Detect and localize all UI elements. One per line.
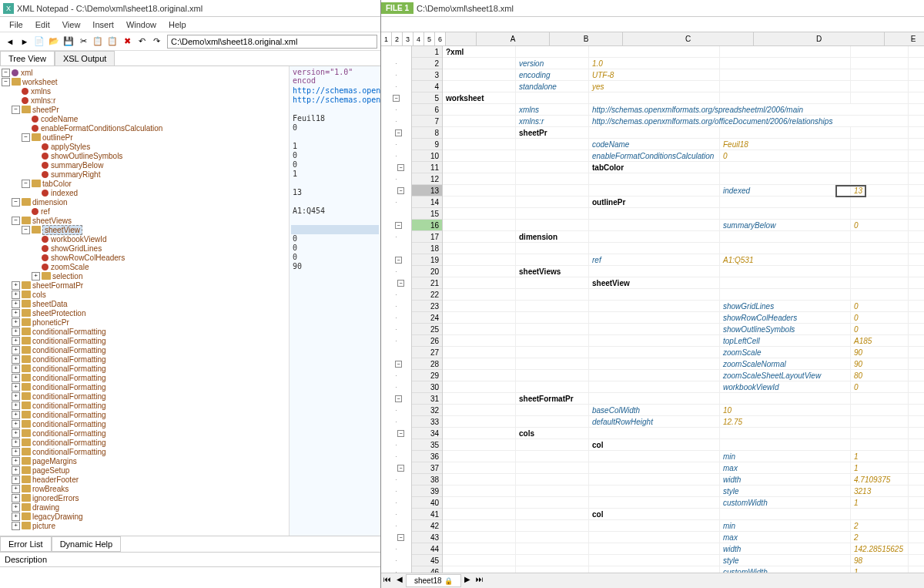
- cell[interactable]: [589, 543, 720, 555]
- tree-node[interactable]: −sheetViews: [2, 216, 287, 225]
- cell[interactable]: [443, 358, 516, 370]
- gutter-row[interactable]: ·: [381, 231, 411, 243]
- sheet-first[interactable]: ⏮: [381, 575, 393, 587]
- tree-node[interactable]: +ignoredErrors: [2, 493, 287, 502]
- cell[interactable]: [909, 243, 924, 254]
- cell[interactable]: [443, 58, 516, 69]
- cell[interactable]: [443, 127, 516, 139]
- expand-toggle[interactable]: +: [12, 392, 20, 401]
- row-number[interactable]: 9: [412, 139, 442, 150]
- gutter-row[interactable]: ·: [381, 139, 411, 150]
- gutter-row[interactable]: −: [381, 185, 411, 197]
- cell[interactable]: [443, 486, 516, 497]
- cell[interactable]: [909, 150, 924, 162]
- cell[interactable]: [909, 92, 924, 104]
- collapse-toggle[interactable]: −: [397, 465, 404, 472]
- cell[interactable]: 1: [851, 462, 909, 474]
- gutter-row[interactable]: ·: [381, 370, 411, 381]
- cell[interactable]: 1.0: [589, 58, 720, 69]
- cell[interactable]: [589, 393, 720, 405]
- tree-value[interactable]: [291, 401, 379, 410]
- cell[interactable]: [720, 127, 851, 139]
- expand-toggle[interactable]: +: [12, 309, 20, 318]
- cell[interactable]: [909, 370, 924, 381]
- row-number[interactable]: 18: [412, 243, 442, 254]
- expand-toggle[interactable]: +: [32, 272, 40, 281]
- tree-value[interactable]: [291, 179, 379, 188]
- row-number[interactable]: 38: [412, 474, 442, 486]
- tree-value[interactable]: [291, 225, 379, 234]
- gutter-row[interactable]: ·: [381, 520, 411, 532]
- cell[interactable]: [443, 393, 516, 405]
- cell[interactable]: 13: [851, 185, 909, 197]
- cell[interactable]: customWidth: [720, 566, 851, 573]
- row-number[interactable]: 27: [412, 347, 442, 358]
- collapse-toggle[interactable]: −: [393, 95, 400, 102]
- tree-value[interactable]: 0: [291, 160, 379, 170]
- tree-value[interactable]: [291, 318, 379, 327]
- collapse-toggle[interactable]: −: [395, 129, 402, 136]
- gutter-row[interactable]: −: [381, 254, 411, 266]
- menu-insert[interactable]: Insert: [86, 18, 120, 31]
- undo-button[interactable]: ↶: [135, 35, 149, 49]
- bottom-tab-dynamic-help[interactable]: Dynamic Help: [52, 536, 121, 552]
- cell[interactable]: [443, 69, 516, 81]
- cell[interactable]: 1: [851, 566, 909, 573]
- outline-level-3[interactable]: 3: [403, 32, 413, 45]
- cell[interactable]: [443, 451, 516, 462]
- expand-toggle[interactable]: −: [12, 217, 20, 225]
- tree-value[interactable]: version="1.0" encod: [291, 68, 379, 77]
- cell[interactable]: [443, 104, 516, 116]
- gutter-row[interactable]: ·: [381, 266, 411, 277]
- cell[interactable]: [516, 92, 589, 104]
- cell[interactable]: indexed: [720, 185, 851, 197]
- cell[interactable]: [443, 173, 516, 185]
- row-number[interactable]: 7: [412, 116, 442, 127]
- cell[interactable]: 80: [851, 370, 909, 381]
- tree-value[interactable]: A1:Q454: [291, 207, 379, 216]
- tree-node[interactable]: +conditionalFormatting: [2, 438, 287, 447]
- cell[interactable]: [443, 289, 516, 301]
- cell[interactable]: [589, 173, 720, 185]
- cell[interactable]: UTF-8: [589, 69, 720, 81]
- cell[interactable]: [851, 197, 909, 208]
- tree-value[interactable]: 0: [291, 253, 379, 262]
- tree-node[interactable]: +sheetProtection: [2, 308, 287, 318]
- cell[interactable]: 2: [851, 520, 909, 532]
- cell[interactable]: [909, 185, 924, 197]
- gutter-row[interactable]: [381, 208, 411, 220]
- cell[interactable]: [516, 277, 589, 289]
- cell[interactable]: [720, 162, 851, 173]
- gutter-row[interactable]: ·: [381, 81, 411, 92]
- tree-value[interactable]: [291, 290, 379, 299]
- cell[interactable]: [909, 532, 924, 543]
- collapse-toggle[interactable]: −: [395, 222, 402, 229]
- cell[interactable]: [589, 555, 720, 566]
- cell[interactable]: [516, 301, 589, 312]
- col-header-E[interactable]: E: [885, 32, 924, 45]
- tree-view[interactable]: −xml−worksheetxmlnsxmlns:r−sheetPrcodeNa…: [0, 66, 289, 536]
- tree-node[interactable]: +conditionalFormatting: [2, 336, 287, 345]
- row-number[interactable]: 42: [412, 520, 442, 532]
- gutter-row[interactable]: −: [381, 462, 411, 474]
- cell[interactable]: sheetViews: [516, 266, 589, 277]
- tree-node[interactable]: +conditionalFormatting: [2, 428, 287, 438]
- tree-value[interactable]: [291, 438, 379, 447]
- gutter-row[interactable]: ·: [381, 486, 411, 497]
- cell[interactable]: [443, 312, 516, 324]
- expand-toggle[interactable]: +: [12, 512, 20, 521]
- row-number[interactable]: 26: [412, 335, 442, 347]
- row-number[interactable]: 40: [412, 497, 442, 509]
- tree-value[interactable]: 0: [291, 244, 379, 253]
- cell[interactable]: [516, 566, 589, 573]
- copy-button[interactable]: 📋: [91, 35, 105, 49]
- cell[interactable]: [516, 46, 589, 58]
- row-number[interactable]: 30: [412, 381, 442, 393]
- cell[interactable]: [589, 127, 720, 139]
- row-number[interactable]: 23: [412, 301, 442, 312]
- cell[interactable]: [909, 439, 924, 451]
- tree-node[interactable]: +pageMargins: [2, 456, 287, 465]
- cell[interactable]: [851, 139, 909, 150]
- cell[interactable]: [909, 358, 924, 370]
- cell[interactable]: [443, 197, 516, 208]
